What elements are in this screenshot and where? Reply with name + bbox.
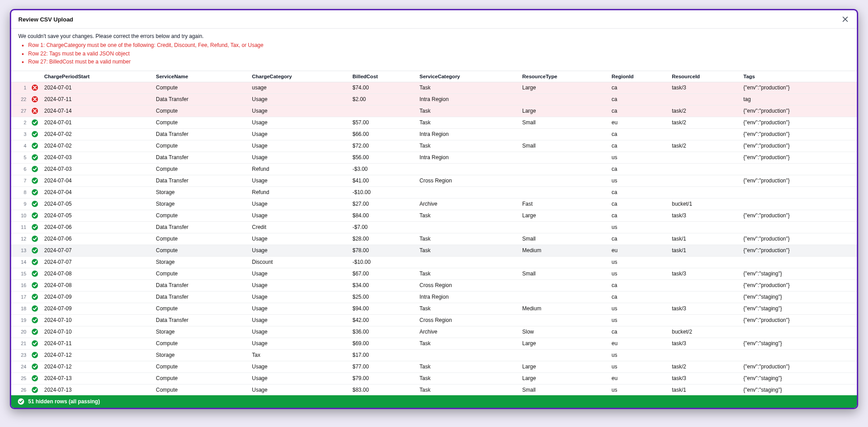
cell-chargecategory: Usage (248, 338, 349, 349)
cell-resourcetype: Medium (519, 303, 608, 314)
cell-billedcost: $66.00 (349, 128, 416, 140)
cell-chargeperiodstart: 2024-07-02 (41, 140, 152, 152)
cell-status (29, 117, 41, 128)
cell-regionid: us (608, 268, 668, 279)
close-button[interactable] (841, 15, 850, 24)
table-row[interactable]: 62024-07-03ComputeRefund-$3.00ca (11, 163, 857, 175)
table-row[interactable]: 132024-07-07ComputeUsage$78.00TaskMedium… (11, 245, 857, 256)
cell-resourcetype: Slow (519, 326, 608, 338)
table-row[interactable]: 72024-07-04Data TransferUsage$41.00Cross… (11, 175, 857, 186)
table-row[interactable]: 112024-07-06Data TransferCredit-$7.00us (11, 221, 857, 233)
table-scroll[interactable]: ChargePeriodStart ServiceName ChargeCate… (11, 71, 857, 395)
col-header-resourcetype[interactable]: ResourceType (519, 71, 608, 82)
modal-header: Review CSV Upload (11, 10, 857, 29)
cell-billedcost: $74.00 (349, 82, 416, 93)
hidden-rows-text: 51 hidden rows (all passing) (28, 398, 100, 405)
table-row[interactable]: 42024-07-02ComputeUsage$72.00TaskSmallca… (11, 140, 857, 152)
table-row[interactable]: 252024-07-13ComputeUsage$79.00TaskLargee… (11, 372, 857, 384)
cell-billedcost: -$10.00 (349, 256, 416, 268)
col-header-regionid[interactable]: RegionId (608, 71, 668, 82)
table-row[interactable]: 262024-07-13ComputeUsage$83.00TaskSmallu… (11, 384, 857, 395)
table-row[interactable]: 162024-07-08Data TransferUsage$34.00Cros… (11, 279, 857, 291)
cell-resourcetype (519, 128, 608, 140)
table-row[interactable]: 102024-07-05ComputeUsage$84.00TaskLargec… (11, 210, 857, 221)
cell-resourceid (668, 175, 740, 186)
cell-index: 19 (11, 314, 29, 326)
check-circle-icon (31, 282, 38, 289)
cell-resourceid (668, 163, 740, 175)
cell-resourceid: task/3 (668, 268, 740, 279)
table-row[interactable]: 152024-07-08ComputeUsage$67.00TaskSmallu… (11, 268, 857, 279)
cell-servicename: Compute (152, 82, 248, 93)
cell-chargeperiodstart: 2024-07-12 (41, 349, 152, 361)
cell-chargeperiodstart: 2024-07-11 (41, 338, 152, 349)
table-row[interactable]: 232024-07-12StorageTax$17.00us (11, 349, 857, 361)
cell-servicecategory: Task (416, 372, 519, 384)
error-item: Row 22: Tags must be a valid JSON object (28, 50, 850, 58)
table-row[interactable]: 182024-07-09ComputeUsage$94.00TaskMedium… (11, 303, 857, 314)
hidden-rows-footer[interactable]: 51 hidden rows (all passing) (11, 395, 857, 408)
table-row[interactable]: 222024-07-11Data TransferUsage$2.00Intra… (11, 93, 857, 105)
col-header-tags[interactable]: Tags (740, 71, 857, 82)
table-row[interactable]: 82024-07-04StorageRefund-$10.00ca (11, 186, 857, 198)
table-row[interactable]: 92024-07-05StorageUsage$27.00ArchiveFast… (11, 198, 857, 210)
cell-status (29, 210, 41, 221)
cell-chargecategory: Usage (248, 175, 349, 186)
table-row[interactable]: 192024-07-10Data TransferUsage$42.00Cros… (11, 314, 857, 326)
cell-chargeperiodstart: 2024-07-04 (41, 175, 152, 186)
cell-index: 27 (11, 105, 29, 117)
cell-status (29, 303, 41, 314)
table-row[interactable]: 242024-07-12ComputeUsage$77.00TaskLargeu… (11, 361, 857, 372)
cell-chargecategory: Usage (248, 245, 349, 256)
cell-regionid: us (608, 152, 668, 163)
col-header-chargecategory[interactable]: ChargeCategory (248, 71, 349, 82)
cell-servicecategory: Task (416, 117, 519, 128)
cell-tags: {"env":"staging"} (740, 338, 857, 349)
col-header-billedcost[interactable]: BilledCost (349, 71, 416, 82)
table-row[interactable]: 12024-07-01Computeusage$74.00TaskLargeca… (11, 82, 857, 93)
cell-status (29, 152, 41, 163)
check-circle-icon (31, 200, 38, 207)
col-header-servicecategory[interactable]: ServiceCategory (416, 71, 519, 82)
cell-chargeperiodstart: 2024-07-04 (41, 186, 152, 198)
cell-servicename: Storage (152, 256, 248, 268)
cell-index: 23 (11, 349, 29, 361)
col-header-chargeperiodstart[interactable]: ChargePeriodStart (41, 71, 152, 82)
cell-regionid: us (608, 314, 668, 326)
check-circle-icon (31, 317, 38, 324)
cell-resourcetype: Small (519, 268, 608, 279)
cell-chargecategory: Usage (248, 233, 349, 245)
cell-billedcost (349, 105, 416, 117)
cell-servicename: Data Transfer (152, 128, 248, 140)
table-row[interactable]: 52024-07-03Data TransferUsage$56.00Intra… (11, 152, 857, 163)
cell-chargecategory: Usage (248, 105, 349, 117)
table-row[interactable]: 272024-07-14ComputeUsageTaskLargecatask/… (11, 105, 857, 117)
col-header-resourceid[interactable]: ResourceId (668, 71, 740, 82)
check-circle-icon (31, 165, 38, 173)
col-header-servicename[interactable]: ServiceName (152, 71, 248, 82)
check-circle-icon (31, 270, 38, 277)
table-row[interactable]: 142024-07-07StorageDiscount-$10.00us (11, 256, 857, 268)
cell-resourceid: task/2 (668, 361, 740, 372)
table-row[interactable]: 32024-07-02Data TransferUsage$66.00Intra… (11, 128, 857, 140)
cell-resourceid (668, 93, 740, 105)
error-circle-icon (31, 84, 38, 91)
cell-billedcost: $57.00 (349, 117, 416, 128)
cell-tags: {"env":"staging"} (740, 291, 857, 303)
check-circle-icon (31, 177, 38, 184)
cell-tags (740, 349, 857, 361)
cell-regionid: ca (608, 163, 668, 175)
table-row[interactable]: 172024-07-09Data TransferUsage$25.00Intr… (11, 291, 857, 303)
cell-resourcetype (519, 175, 608, 186)
cell-servicecategory: Task (416, 233, 519, 245)
cell-resourceid: task/3 (668, 82, 740, 93)
cell-chargeperiodstart: 2024-07-12 (41, 361, 152, 372)
table-row[interactable]: 22024-07-01ComputeUsage$57.00TaskSmalleu… (11, 117, 857, 128)
cell-chargecategory: Usage (248, 384, 349, 395)
table-row[interactable]: 212024-07-11ComputeUsage$69.00TaskLargee… (11, 338, 857, 349)
table-row[interactable]: 202024-07-10StorageUsage$36.00ArchiveSlo… (11, 326, 857, 338)
cell-resourceid (668, 314, 740, 326)
cell-regionid: ca (608, 279, 668, 291)
table-row[interactable]: 122024-07-06ComputeUsage$28.00TaskSmallc… (11, 233, 857, 245)
cell-resourceid (668, 279, 740, 291)
